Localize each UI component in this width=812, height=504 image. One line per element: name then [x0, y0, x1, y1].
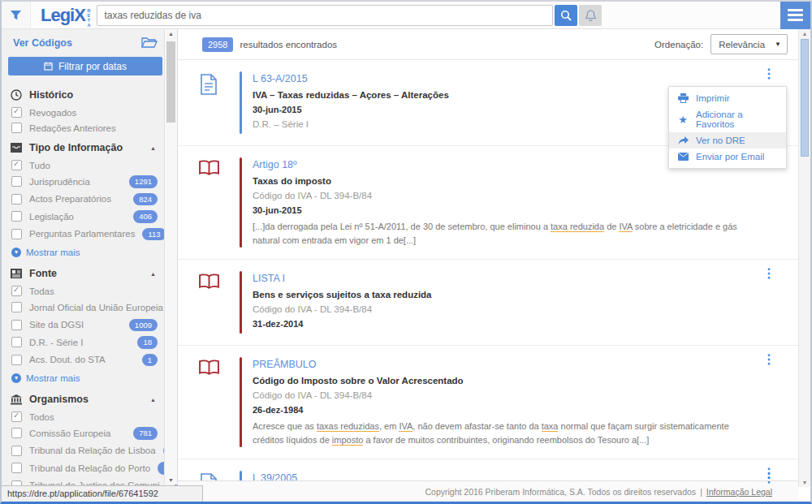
collapse-caret-icon[interactable]: ▲ — [150, 145, 156, 151]
filter-todas[interactable]: Todas — [2, 283, 177, 299]
checkbox[interactable] — [11, 176, 22, 187]
checkbox[interactable] — [11, 229, 22, 239]
checkbox-label: Legislação — [29, 212, 74, 222]
menu-item-label: Imprimir — [696, 93, 730, 103]
checkbox[interactable] — [11, 286, 22, 296]
checkbox-label: Todas — [29, 286, 54, 296]
checkbox[interactable] — [11, 355, 22, 365]
chevron-down-circle-icon: ▾ — [11, 248, 21, 257]
filter-jurisprudencia[interactable]: Jurisprudência 1291 — [2, 173, 177, 191]
checkbox[interactable] — [11, 463, 22, 473]
collapse-caret-icon[interactable]: ▲ — [150, 397, 156, 403]
filter-trib-rel-porto[interactable]: Tribunal da Relação do Porto 201 — [2, 459, 177, 477]
mostrar-mais-link[interactable]: ▾ Mostrar mais — [2, 243, 177, 261]
filter-by-dates-label: Filtrar por datas — [58, 61, 127, 72]
search-input[interactable] — [97, 5, 553, 26]
checkbox[interactable] — [11, 320, 22, 330]
kebab-menu-icon[interactable]: ⋮ — [762, 67, 775, 80]
result-title-link[interactable]: PREÂMBULO — [253, 359, 741, 370]
filter-jornal-oficial-ue[interactable]: Jornal Oficial da União Europeia 1907 — [2, 299, 177, 317]
filter-by-dates-button[interactable]: Filtrar por datas — [8, 57, 162, 75]
result-date: 30-jun-2015 — [253, 205, 741, 215]
filter-toggle-button[interactable] — [2, 2, 31, 28]
result-title-link[interactable]: L 63-A/2015 — [253, 73, 741, 84]
result-subtitle: Taxas do imposto — [253, 176, 741, 186]
notifications-button[interactable] — [579, 5, 602, 26]
result-item: PREÂMBULO Código do Imposto sobre o Valo… — [178, 346, 798, 459]
section-title: Organismos — [29, 394, 89, 405]
menu-item-imprimir[interactable]: Imprimir — [669, 90, 786, 106]
filter-actos-preparatorios[interactable]: Actos Preparatórios 824 — [2, 191, 177, 209]
collapse-caret-icon[interactable]: ▲ — [150, 271, 156, 277]
mostrar-mais-link[interactable]: ▾ Mostrar mais — [2, 368, 177, 387]
section-tipo-informacao[interactable]: Tipo de Informação ▲ — [2, 136, 177, 157]
checkbox[interactable] — [11, 302, 22, 312]
checkbox-label: Site da DGSI — [29, 320, 84, 330]
checkbox-label: Redações Anteriores — [29, 123, 116, 133]
search-button[interactable] — [555, 5, 577, 26]
filter-site-dgsi[interactable]: Site da DGSI 1009 — [2, 317, 177, 334]
filter-legislacao[interactable]: Legislação 406 — [2, 208, 177, 226]
checkbox[interactable] — [11, 446, 22, 456]
hamburger-icon — [788, 9, 803, 11]
scrollbar-thumb[interactable] — [166, 41, 175, 123]
section-title: Fonte — [29, 268, 57, 279]
checkbox[interactable] — [11, 411, 22, 422]
scroll-up-arrow-icon[interactable]: ▲ — [165, 31, 177, 37]
app-logo[interactable]: LegiX BETA — [41, 3, 90, 28]
checkbox[interactable] — [11, 160, 22, 170]
star-icon: ★ — [677, 114, 689, 125]
book-icon — [178, 157, 240, 248]
filter-comissao-europeia[interactable]: Comissão Europeia 781 — [2, 424, 177, 442]
section-historico[interactable]: Histórico — [2, 83, 177, 105]
menu-item-enviar-email[interactable]: Enviar por Email — [669, 149, 786, 165]
checkbox-label: Revogados — [29, 108, 76, 118]
menu-item-adicionar-favoritos[interactable]: ★ Adicionar a Favoritos — [669, 106, 786, 132]
informacao-legal-link[interactable]: Informação Legal — [706, 487, 772, 497]
filter-tudo[interactable]: Tudo — [2, 157, 177, 173]
scrollbar-thumb[interactable] — [801, 39, 809, 157]
scroll-down-arrow-icon[interactable]: ▼ — [799, 480, 810, 485]
highlighted-term: taxa — [542, 421, 559, 432]
result-title-link[interactable]: LISTA I — [253, 273, 741, 284]
checkbox[interactable] — [11, 107, 22, 118]
filter-redacoes-anteriores[interactable]: Redações Anteriores — [2, 120, 177, 136]
checkbox[interactable] — [11, 337, 22, 347]
menu-button[interactable] — [780, 2, 810, 29]
checkbox[interactable] — [11, 123, 22, 133]
checkbox[interactable] — [11, 428, 22, 438]
ver-codigos-link[interactable]: Ver Códigos — [13, 37, 72, 49]
count-badge: 113 — [142, 228, 166, 241]
filter-trib-rel-lisboa[interactable]: Tribunal da Relação de Lisboa 248 — [2, 442, 177, 460]
section-fonte[interactable]: Fonte ▲ — [2, 261, 177, 283]
bell-icon — [585, 10, 596, 21]
sort-select[interactable]: Relevância ▼ — [710, 34, 788, 54]
checkbox-label: Tudo — [29, 161, 50, 170]
result-context-menu: Imprimir ★ Adicionar a Favoritos Ver no … — [668, 86, 787, 169]
filter-todos-organismos[interactable]: Todos — [2, 409, 177, 424]
scroll-up-arrow-icon[interactable]: ▲ — [799, 31, 810, 37]
filter-dr-serie-i[interactable]: D.R. - Série I 18 — [2, 334, 177, 351]
sidebar-scrollbar[interactable]: ▲ ▼ — [164, 29, 177, 485]
results-toolbar: 2958 resultados encontrados Ordenação: R… — [178, 29, 810, 60]
highlighted-term: taxas reduzidas — [317, 421, 379, 432]
checkbox[interactable] — [11, 194, 22, 205]
filter-perguntas-parlamentares[interactable]: Perguntas Parlamentares 113 — [2, 226, 177, 243]
kebab-menu-icon[interactable]: ⋮ — [762, 470, 775, 485]
filter-revogados[interactable]: Revogados — [2, 105, 177, 120]
open-folder-icon[interactable] — [141, 37, 158, 49]
share-arrow-icon — [677, 136, 689, 145]
menu-item-ver-no-dre[interactable]: Ver no DRE — [669, 132, 786, 149]
kebab-menu-icon[interactable]: ⋮ — [762, 267, 775, 280]
chevron-down-icon: ▼ — [775, 41, 781, 48]
filter-acs-dout-sta[interactable]: Acs. Dout. do STA 1 — [2, 351, 177, 369]
sort-selected-value: Relevância — [719, 40, 765, 50]
section-organismos[interactable]: Organismos ▲ — [2, 387, 177, 409]
footer-separator: | — [700, 487, 702, 497]
checkbox[interactable] — [11, 211, 22, 222]
kebab-menu-icon[interactable]: ⋮ — [762, 353, 775, 366]
results-scrollbar[interactable]: ▲ ▼ — [798, 29, 810, 487]
result-body: LISTA I Bens e serviços sujeitos a taxa … — [242, 271, 798, 334]
checkbox-label: D.R. - Série I — [29, 338, 83, 347]
scroll-down-arrow-icon[interactable]: ▼ — [165, 477, 177, 483]
